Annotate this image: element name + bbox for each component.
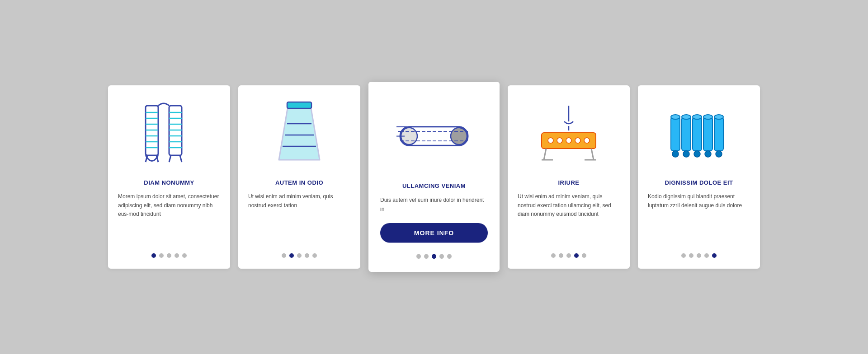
svg-rect-21 (287, 102, 311, 108)
dot-2-5 (312, 253, 317, 258)
dot-5-3 (697, 253, 701, 258)
svg-point-52 (703, 115, 712, 119)
svg-rect-47 (682, 117, 691, 151)
svg-point-27 (451, 128, 467, 144)
card-1-dots (151, 251, 187, 258)
svg-rect-51 (703, 117, 712, 151)
card-2: AUTEM IN ODIO Ut wisi enim ad minim veni… (238, 85, 360, 268)
dot-3-5 (447, 254, 452, 259)
svg-point-54 (714, 115, 723, 119)
card-2-icon (248, 99, 350, 171)
card-5-title: DIGNISSIM DOLOE EIT (665, 179, 733, 186)
dot-5-5 (712, 253, 717, 258)
svg-line-41 (544, 149, 546, 160)
card-2-title: AUTEM IN ODIO (275, 179, 323, 186)
dot-4-1 (551, 253, 556, 258)
svg-point-40 (584, 138, 590, 143)
svg-line-18 (169, 155, 171, 162)
card-3-icon (380, 99, 488, 174)
dot-1-4 (175, 253, 179, 258)
svg-marker-20 (279, 106, 320, 160)
dot-3-2 (424, 254, 429, 259)
dot-2-2 (289, 253, 294, 258)
card-5: DIGNISSIM DOLOE EIT Kodio dignissim qui … (638, 85, 760, 268)
svg-point-36 (548, 138, 553, 143)
svg-rect-45 (671, 117, 680, 151)
dot-5-2 (689, 253, 693, 258)
svg-point-37 (557, 138, 562, 143)
dot-4-3 (566, 253, 571, 258)
svg-point-46 (671, 115, 680, 119)
dot-2-3 (297, 253, 302, 258)
svg-point-56 (683, 151, 689, 157)
card-4-dots (551, 251, 586, 258)
svg-point-39 (575, 138, 580, 143)
dot-4-4 (574, 253, 579, 258)
svg-line-19 (180, 155, 182, 162)
card-1-desc: Morem ipsum dolor sit amet, consectetuer… (118, 192, 220, 241)
card-4: IRIURE Ut wisi enim ad minim veniam, qui… (508, 85, 630, 268)
svg-point-50 (693, 115, 702, 119)
card-3-title: ULLAMCING VENIAM (402, 182, 466, 190)
dot-4-5 (582, 253, 586, 258)
dot-5-1 (681, 253, 686, 258)
card-3-desc: Duis autem vel eum iriure dolor in hendr… (380, 196, 488, 214)
dot-3-1 (416, 254, 421, 259)
svg-point-59 (716, 151, 722, 157)
dot-1-2 (159, 253, 164, 258)
dot-1-5 (182, 253, 187, 258)
card-4-title: IRIURE (558, 179, 579, 186)
dot-1-1 (151, 253, 156, 258)
card-3: ULLAMCING VENIAM Duis autem vel eum iriu… (368, 82, 500, 272)
dot-5-4 (704, 253, 709, 258)
card-5-desc: Kodio dignissim qui blandit praesent lup… (648, 192, 750, 241)
svg-line-42 (591, 149, 594, 160)
dot-3-4 (439, 254, 444, 259)
svg-rect-53 (714, 117, 723, 151)
card-3-dots (416, 252, 452, 259)
card-4-desc: Ut wisi enim ad minim veniam, quis nostr… (518, 192, 620, 241)
dot-2-1 (282, 253, 286, 258)
svg-point-57 (694, 151, 700, 157)
card-1-icon (118, 99, 220, 171)
card-2-dots (282, 251, 317, 258)
svg-rect-49 (693, 117, 702, 151)
card-1: DIAM NONUMMY Morem ipsum dolor sit amet,… (108, 85, 230, 268)
card-1-title: DIAM NONUMMY (144, 179, 194, 186)
more-info-button[interactable]: MORE INFO (380, 224, 488, 243)
svg-point-38 (566, 138, 571, 143)
dot-4-2 (559, 253, 563, 258)
dot-3-3 (432, 254, 436, 259)
card-4-icon (518, 99, 620, 171)
cards-container: DIAM NONUMMY Morem ipsum dolor sit amet,… (81, 67, 787, 286)
dot-1-3 (167, 253, 171, 258)
card-2-desc: Ut wisi enim ad minim veniam, quis nostr… (248, 192, 350, 241)
card-5-dots (681, 251, 717, 258)
card-5-icon (648, 99, 750, 171)
svg-point-48 (682, 115, 691, 119)
svg-point-55 (672, 151, 679, 157)
svg-point-58 (705, 151, 711, 157)
dot-2-4 (305, 253, 309, 258)
